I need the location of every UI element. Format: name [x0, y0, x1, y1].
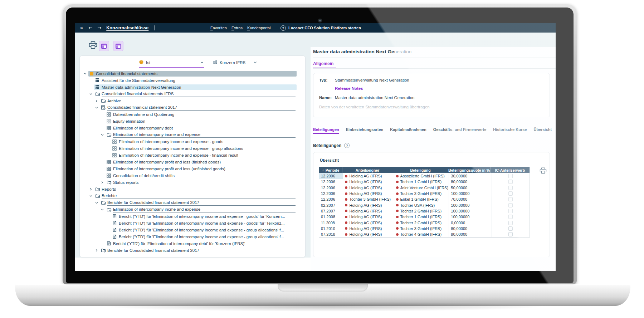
- tab-historische-kurse[interactable]: Historische Kurse: [493, 127, 527, 134]
- release-notes-link[interactable]: Release Notes: [335, 86, 363, 90]
- ic-checkbox[interactable]: [508, 180, 513, 184]
- tree-item[interactable]: Bericht ('YTD') für 'Elimination of inte…: [80, 233, 304, 240]
- tab-einbeziehungsarten[interactable]: Einbeziehungsarten: [346, 127, 384, 134]
- sort-descending-icon[interactable]: ↓: [322, 168, 325, 172]
- tree-item-content[interactable]: Elimination of intercompany profit and l…: [106, 159, 297, 165]
- menu-item-favoriten[interactable]: Favoriten: [210, 26, 227, 30]
- tree-item[interactable]: Elimination of intercompany profit and l…: [80, 165, 304, 172]
- tree-item-content[interactable]: Elimination of intercompany profit and l…: [106, 166, 297, 172]
- cell-anteilseigner[interactable]: Holding AG (IFRS): [343, 220, 394, 225]
- cell-beteiligung[interactable]: Assoziierte GmbH (IFRS): [394, 173, 449, 179]
- cell-anteilseigner[interactable]: Holding AG (IFRS): [343, 179, 394, 185]
- cell-beteiligungsquote[interactable]: 50,00000: [449, 185, 492, 191]
- chevron-down-icon[interactable]: [95, 106, 100, 109]
- column-header[interactable]: Beteiligungsquote in %: [448, 167, 491, 173]
- tree-item-content[interactable]: Consolidated finanical statement 2017: [100, 105, 297, 111]
- cell-anteilseigner[interactable]: Holding AG (IFRS): [343, 191, 394, 196]
- menu-item-extras[interactable]: Extras: [231, 26, 243, 30]
- cell-beteiligung[interactable]: Enkel 1 GmbH (IFRS): [394, 196, 449, 202]
- tree-item[interactable]: Elimination of intercompany income and e…: [80, 145, 304, 152]
- cell-anteilseigner[interactable]: Holding AG (IFRS): [343, 226, 394, 231]
- cell-periode[interactable]: 12.2006: [319, 179, 343, 185]
- column-header[interactable]: ↓Periode: [319, 167, 342, 173]
- layout-panel-icon[interactable]: [99, 41, 109, 51]
- ic-checkbox[interactable]: [508, 174, 513, 178]
- group-dropdown[interactable]: Konzern IFRS: [213, 58, 257, 67]
- tree-item[interactable]: Bericht ('YTD') für 'Elimination of inte…: [80, 220, 304, 226]
- cell-periode[interactable]: 01.2008: [319, 214, 343, 220]
- tree-item-content[interactable]: Archive: [100, 98, 297, 104]
- table-row[interactable]: 12.2006Holding AG (IFRS)Tochter 3 GmbH (…: [319, 191, 530, 196]
- workspace-title[interactable]: Konzernabschlüsse: [106, 25, 148, 30]
- cell-periode[interactable]: 12.2006: [319, 191, 343, 196]
- tree-item[interactable]: Datenübernahme und Quotierung: [80, 111, 304, 118]
- cell-beteiligungsquote[interactable]: 100,00000: [449, 214, 492, 220]
- print-icon[interactable]: [89, 41, 97, 49]
- cell-beteiligung[interactable]: Tochter 1 GmbH (IFRS): [394, 179, 449, 185]
- chevron-right-icon[interactable]: [89, 187, 94, 191]
- tree-item-content[interactable]: Elimination of intercompany debt: [106, 125, 297, 131]
- table-row[interactable]: 12.2006Tochter 3 GmbH (IFRS)Enkel 1 GmbH…: [319, 196, 530, 202]
- tree-item[interactable]: Elimination of intercompany debt: [80, 124, 304, 131]
- tree-item-content[interactable]: Berichte für Consolidated finanical stat…: [100, 248, 297, 253]
- tree-item[interactable]: Elimination of intercompany profit and l…: [80, 158, 304, 165]
- cell-periode[interactable]: 11.2008: [319, 220, 343, 225]
- cell-beteiligung[interactable]: Tochter 2 GmbH (IFRS): [394, 208, 449, 214]
- cell-beteiligung[interactable]: Tochter 1 GmbH (IFRS): [394, 214, 449, 220]
- cell-ic-anteilserwerb[interactable]: [492, 208, 530, 214]
- cell-beteiligungsquote[interactable]: 80,00000: [449, 179, 492, 185]
- table-row[interactable]: 07.2018Holding AG (IFRS)Tochter 4 GmbH (…: [319, 231, 530, 237]
- ic-checkbox[interactable]: [508, 191, 513, 196]
- tab-beteiligungen[interactable]: Beteiligungen: [313, 127, 339, 134]
- cell-ic-anteilserwerb[interactable]: [492, 226, 530, 231]
- chevron-right-icon[interactable]: [101, 181, 106, 184]
- cell-periode[interactable]: 07.2007: [319, 208, 343, 214]
- tree-item-content[interactable]: Elimination of intercompany income and e…: [111, 152, 297, 158]
- tree-item-content[interactable]: Status reports: [106, 180, 297, 185]
- cell-beteiligung[interactable]: Tochter 2 GmbH (IFRS): [394, 220, 449, 225]
- ic-checkbox[interactable]: [508, 215, 513, 219]
- scenario-dropdown[interactable]: Ist: [139, 58, 204, 68]
- tree-item-content[interactable]: Elimination of intercompany income and e…: [111, 139, 297, 145]
- tree-item-content[interactable]: Consolidated financial statements IFRS: [94, 91, 297, 97]
- cell-ic-anteilserwerb[interactable]: [492, 231, 530, 237]
- tree-item-content[interactable]: Reports: [94, 186, 297, 192]
- tab-kapitalmaßnahmen[interactable]: Kapitalmaßnahmen: [390, 127, 426, 134]
- ic-checkbox[interactable]: [508, 232, 513, 236]
- tree-item[interactable]: Bericht ('YTD') für 'Elimination of inte…: [80, 213, 304, 220]
- cell-beteiligungsquote[interactable]: 100,00000: [449, 202, 492, 208]
- cell-ic-anteilserwerb[interactable]: [492, 179, 530, 185]
- cell-beteiligungsquote[interactable]: 70,00000: [449, 196, 492, 202]
- column-header[interactable]: IC-Anteilserwerb: [491, 167, 530, 173]
- chevron-down-icon[interactable]: [101, 208, 106, 211]
- cell-beteiligungsquote[interactable]: 30,00000: [449, 173, 492, 179]
- ic-checkbox[interactable]: [508, 197, 513, 201]
- tree-item[interactable]: Consolidated financial statements: [80, 70, 304, 77]
- tree-item[interactable]: Elimination of intercompany incme and ex…: [80, 131, 304, 138]
- ic-checkbox[interactable]: [508, 209, 513, 213]
- tree-item[interactable]: Reports: [80, 186, 304, 192]
- print-icon[interactable]: [540, 167, 547, 175]
- tree-item[interactable]: Archive: [80, 97, 304, 104]
- tab-übersicht[interactable]: Übersicht: [533, 127, 552, 134]
- help-icon[interactable]: ?: [280, 25, 286, 31]
- tree-item-content[interactable]: Datenübernahme und Quotierung: [106, 112, 297, 117]
- cell-ic-anteilserwerb[interactable]: [492, 173, 530, 179]
- tree-item-content[interactable]: Elimination of intercompany income and e…: [111, 146, 297, 151]
- cell-anteilseigner[interactable]: Holding AG (IFRS): [343, 231, 394, 237]
- cell-beteiligung[interactable]: Tochter 3 GmbH (IFRS): [394, 191, 449, 196]
- cell-ic-anteilserwerb[interactable]: [492, 220, 530, 225]
- platform-start-link[interactable]: Lucanet CFO Solution Platform starten: [288, 23, 361, 33]
- tree-item[interactable]: Consolidated finanical statement 2017: [80, 104, 304, 111]
- table-row[interactable]: 01.2010Holding AG (IFRS)Tochter 3 GmbH (…: [319, 226, 530, 231]
- collapse-sidebar-icon[interactable]: »: [80, 23, 83, 33]
- cell-anteilseigner[interactable]: Holding AG (IFRS): [343, 214, 394, 220]
- cell-periode[interactable]: 02.2007: [319, 202, 343, 208]
- tree-item-content[interactable]: Bericht ('YTD') für 'Elimination of inte…: [111, 227, 297, 233]
- tree-item-content[interactable]: Consolidation of debit/credit shifts: [106, 173, 297, 178]
- column-header[interactable]: Beteiligung: [393, 167, 448, 173]
- cell-anteilseigner[interactable]: Holding AG (IFRS): [343, 173, 394, 179]
- table-row[interactable]: 12.2006Holding AG (IFRS)Assoziierte GmbH…: [319, 173, 530, 179]
- cell-anteilseigner[interactable]: Holding AG (IFRS): [343, 208, 394, 214]
- tree-item[interactable]: Consolidation of debit/credit shifts: [80, 172, 304, 179]
